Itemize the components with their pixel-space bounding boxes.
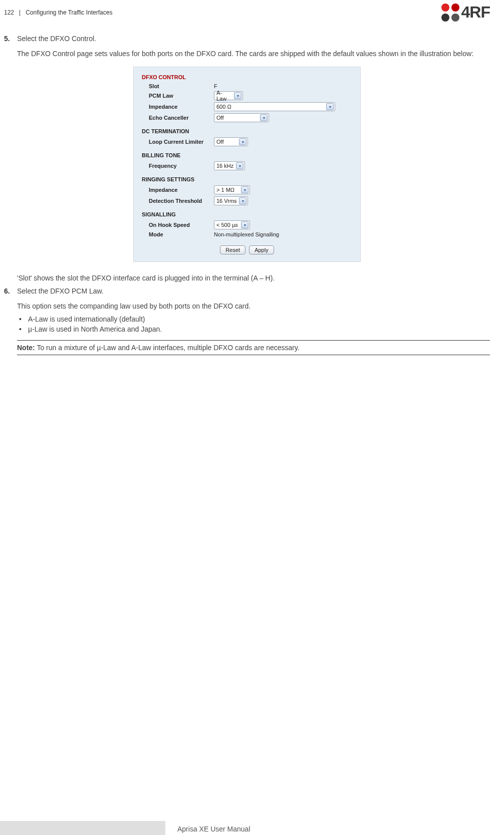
ringing-impedance-label: Impedance [149,187,214,193]
ringing-impedance-select[interactable]: > 1 MΩ ▾ [214,185,250,194]
on-hook-speed-label: On Hook Speed [149,222,214,228]
list-item: µ-Law is used in North America and Japan… [17,325,490,333]
echo-canceller-label: Echo Canceller [149,115,214,121]
field-loop-current-limiter: Loop Current Limiter Off ▾ [149,137,352,146]
step-lead: Select the DFXO PCM Law. [17,287,490,295]
step-6: 6. Select the DFXO PCM Law. [4,287,490,300]
echo-canceller-select[interactable]: Off ▾ [214,113,269,122]
note-block: Note: To run a mixture of µ-Law and A-La… [17,340,490,355]
step-5-para: The DFXO Control page sets values for bo… [17,50,490,58]
dc-termination-heading: DC TERMINATION [142,128,352,134]
frequency-value: 16 kHz [216,163,235,169]
page-content: 5. Select the DFXO Control. The DFXO Con… [0,23,504,355]
frequency-select[interactable]: 16 kHz ▾ [214,161,245,170]
note-label: Note: [17,344,35,352]
bullet-list: A-Law is used internationally (default) … [17,315,490,333]
field-echo-canceller: Echo Canceller Off ▾ [149,113,352,122]
footer-fill [0,821,165,835]
step-body: Select the DFXO Control. [17,35,490,48]
chevron-down-icon: ▾ [260,114,268,121]
chevron-down-icon: ▾ [239,197,246,204]
field-pcm-law: PCM Law A-Law ▾ [149,91,352,100]
field-mode: Mode Non-multiplexed Signalling [149,231,352,237]
impedance-select[interactable]: 600 Ω ▾ [214,102,335,111]
chevron-down-icon: ▾ [326,103,334,110]
note-text: To run a mixture of µ-Law and A-Law inte… [35,344,300,352]
echo-canceller-value: Off [216,115,225,121]
step-number: 5. [4,35,17,48]
loop-current-limiter-value: Off [216,139,225,145]
logo: 4RF [441,3,490,22]
mode-label: Mode [149,231,214,237]
logo-dots-icon [441,4,459,22]
field-impedance: Impedance 600 Ω ▾ [149,102,352,111]
step-6-para: This option sets the companding law used… [17,302,490,310]
logo-text: 4RF [461,3,490,22]
dfxo-control-panel: DFXO CONTROL Slot F PCM Law A-Law ▾ Impe… [133,67,361,262]
impedance-label: Impedance [149,104,214,110]
ringing-settings-heading: RINGING SETTINGS [142,176,352,182]
button-row: Reset Apply [142,245,352,254]
header-left: 122 | Configuring the Traffic Interfaces [4,9,112,16]
panel-title: DFXO CONTROL [142,74,352,80]
slot-description: 'Slot' shows the slot the DFXO interface… [17,274,490,282]
chevron-down-icon: ▾ [239,138,246,145]
slot-value: F [214,83,217,89]
step-5: 5. Select the DFXO Control. [4,35,490,48]
pcm-law-select[interactable]: A-Law ▾ [214,91,243,100]
mode-value: Non-multiplexed Signalling [214,231,279,237]
detection-threshold-label: Detection Threshold [149,198,214,204]
step-body: Select the DFXO PCM Law. [17,287,490,300]
list-item: A-Law is used internationally (default) [17,315,490,323]
loop-current-limiter-select[interactable]: Off ▾ [214,137,248,146]
signalling-heading: SIGNALLING [142,211,352,217]
reset-button[interactable]: Reset [220,245,245,254]
page-number: 122 [4,9,14,16]
page-footer: Aprisa XE User Manual [0,821,504,835]
field-frequency: Frequency 16 kHz ▾ [149,161,352,170]
step-number: 6. [4,287,17,300]
field-detection-threshold: Detection Threshold 16 Vrms ▾ [149,196,352,205]
on-hook-speed-select[interactable]: < 500 µs ▾ [214,220,250,229]
section-title: Configuring the Traffic Interfaces [26,9,112,16]
chevron-down-icon: ▾ [241,221,248,228]
ringing-impedance-value: > 1 MΩ [216,187,236,193]
chevron-down-icon: ▾ [241,186,248,193]
pcm-law-value: A-Law [216,90,234,102]
field-on-hook-speed: On Hook Speed < 500 µs ▾ [149,220,352,229]
apply-button[interactable]: Apply [249,245,274,254]
detection-threshold-value: 16 Vrms [216,198,239,204]
billing-tone-heading: BILLING TONE [142,152,352,158]
loop-current-limiter-label: Loop Current Limiter [149,139,214,145]
slot-label: Slot [149,83,214,89]
chevron-down-icon: ▾ [234,92,241,99]
chevron-down-icon: ▾ [236,162,243,169]
frequency-label: Frequency [149,163,214,169]
pcm-law-label: PCM Law [149,93,214,99]
on-hook-speed-value: < 500 µs [216,222,240,228]
impedance-value: 600 Ω [216,104,233,110]
page-header: 122 | Configuring the Traffic Interfaces… [0,0,504,23]
footer-text: Aprisa XE User Manual [165,821,504,835]
field-ringing-impedance: Impedance > 1 MΩ ▾ [149,185,352,194]
field-slot: Slot F [149,83,352,89]
step-lead: Select the DFXO Control. [17,35,490,43]
detection-threshold-select[interactable]: 16 Vrms ▾ [214,196,248,205]
sep: | [16,9,24,16]
